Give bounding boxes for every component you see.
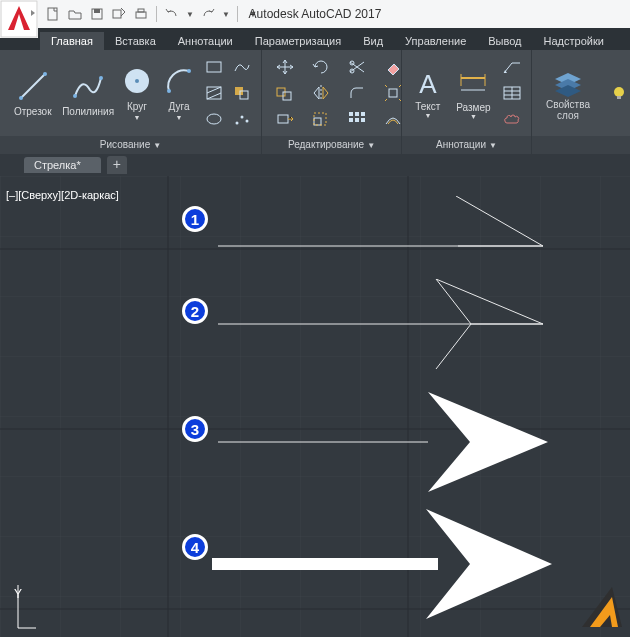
qat-new-icon[interactable] (44, 5, 62, 23)
qat-redo-icon[interactable] (199, 5, 217, 23)
svg-rect-18 (207, 87, 221, 99)
svg-rect-4 (94, 9, 100, 13)
svg-rect-35 (349, 112, 353, 116)
qat-separator (237, 6, 238, 22)
trim-icon[interactable] (340, 55, 374, 79)
layer-props-label2: слоя (557, 110, 579, 121)
callout-3: 3 (182, 416, 208, 442)
copy-icon[interactable] (268, 81, 302, 105)
add-document-button[interactable]: + (107, 156, 127, 174)
svg-rect-7 (138, 9, 144, 12)
tab-output[interactable]: Вывод (477, 32, 532, 50)
layer-props-label1: Свойства (546, 99, 590, 110)
qat-saveas-icon[interactable] (110, 5, 128, 23)
layer-bulb-icon[interactable] (606, 81, 630, 105)
line-label: Отрезок (14, 106, 52, 117)
array-icon[interactable] (340, 107, 374, 131)
fillet-icon[interactable] (340, 81, 374, 105)
rotate-icon[interactable] (304, 55, 338, 79)
spline-icon[interactable] (229, 55, 255, 79)
table-icon[interactable] (499, 81, 525, 105)
tab-addins[interactable]: Надстройки (533, 32, 615, 50)
panel-draw-title[interactable]: Рисование▼ (0, 136, 261, 154)
svg-text:A: A (419, 69, 437, 99)
svg-line-20 (207, 93, 221, 99)
qat-undo-icon[interactable] (163, 5, 181, 23)
polyline-button[interactable]: Полилиния (61, 56, 114, 130)
ellipse-icon[interactable] (201, 107, 227, 131)
svg-point-15 (167, 89, 171, 93)
line-button[interactable]: Отрезок (6, 56, 59, 130)
drawing-canvas[interactable]: [–][Сверху][2D-каркас] 1 2 3 4 Y (0, 176, 630, 637)
svg-point-51 (614, 87, 624, 97)
leader-icon[interactable] (499, 55, 525, 79)
qat-open-icon[interactable] (66, 5, 84, 23)
svg-rect-17 (207, 62, 221, 72)
circle-button[interactable]: Круг ▼ (117, 56, 157, 130)
dimension-button[interactable]: Размер ▼ (450, 56, 497, 130)
svg-rect-6 (136, 12, 146, 18)
circle-label: Круг (127, 101, 147, 112)
scale-icon[interactable] (304, 107, 338, 131)
svg-rect-37 (361, 112, 365, 116)
svg-point-25 (241, 116, 244, 119)
arc-button[interactable]: Дуга ▼ (159, 56, 199, 130)
arrow-example-4 (212, 509, 552, 619)
svg-rect-0 (0, 0, 38, 38)
qat-chevron-down-icon[interactable]: ▼ (185, 5, 195, 23)
tab-parametric[interactable]: Параметризация (244, 32, 352, 50)
tab-annotate[interactable]: Аннотации (167, 32, 244, 50)
ucs-icon (8, 583, 38, 633)
rectangle-icon[interactable] (201, 55, 227, 79)
document-tab-strip: Стрелка* + (0, 154, 630, 176)
point-icon[interactable] (229, 107, 255, 131)
arrow-example-1 (218, 196, 548, 256)
panel-modify-title[interactable]: Редактирование▼ (262, 136, 401, 154)
tab-insert[interactable]: Вставка (104, 32, 167, 50)
panel-annotation-title[interactable]: Аннотации▼ (402, 136, 531, 154)
cloud-icon[interactable] (499, 107, 525, 131)
app-menu-button[interactable] (0, 0, 38, 38)
svg-point-9 (19, 96, 23, 100)
tab-manage[interactable]: Управление (394, 32, 477, 50)
layer-properties-button[interactable]: Свойства слоя (538, 65, 598, 121)
svg-rect-40 (361, 118, 365, 122)
ribbon-tab-strip: Главная Вставка Аннотации Параметризация… (0, 28, 630, 50)
svg-line-8 (21, 74, 45, 98)
qat-chevron-down-icon[interactable]: ▼ (221, 5, 231, 23)
dimension-label: Размер (456, 102, 490, 113)
svg-rect-38 (349, 118, 353, 122)
svg-point-21 (207, 114, 221, 124)
document-tab[interactable]: Стрелка* (24, 157, 101, 173)
svg-rect-52 (617, 96, 621, 99)
ucs-y-label: Y (14, 587, 22, 601)
svg-rect-41 (389, 89, 397, 97)
qat-save-icon[interactable] (88, 5, 106, 23)
region-icon[interactable] (229, 81, 255, 105)
svg-rect-5 (113, 10, 121, 18)
hatch-icon[interactable] (201, 81, 227, 105)
svg-rect-36 (355, 112, 359, 116)
qat-print-icon[interactable] (132, 5, 150, 23)
move-icon[interactable] (268, 55, 302, 79)
svg-rect-2 (48, 8, 57, 20)
callout-2: 2 (182, 298, 208, 324)
svg-rect-34 (314, 113, 326, 125)
svg-rect-33 (314, 118, 321, 125)
stretch-icon[interactable] (268, 107, 302, 131)
svg-point-10 (43, 72, 47, 76)
text-button[interactable]: A Текст ▼ (408, 56, 448, 130)
viewport-label[interactable]: [–][Сверху][2D-каркас] (6, 189, 119, 201)
tab-view[interactable]: Вид (352, 32, 394, 50)
svg-point-12 (99, 76, 103, 80)
arrow-example-3 (218, 392, 548, 492)
callout-4: 4 (182, 534, 208, 560)
svg-rect-39 (355, 118, 359, 122)
tab-home[interactable]: Главная (40, 32, 104, 50)
svg-point-24 (236, 122, 239, 125)
app-title: Autodesk AutoCAD 2017 (249, 7, 382, 21)
text-label: Текст (415, 101, 440, 112)
title-bar: ▼ ▼ ▼ Autodesk AutoCAD 2017 (0, 0, 630, 28)
mirror-icon[interactable] (304, 81, 338, 105)
panel-draw: Отрезок Полилиния Круг ▼ Дуга ▼ (0, 50, 262, 154)
